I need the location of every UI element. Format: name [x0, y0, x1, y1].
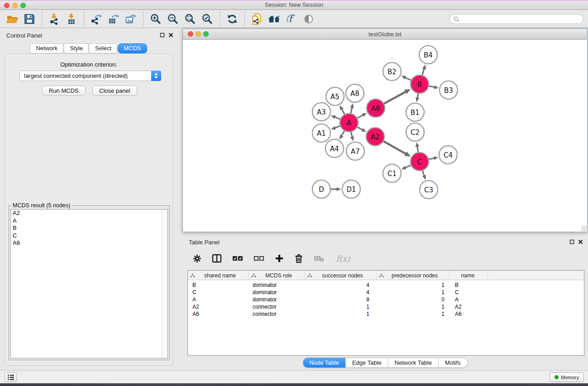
search-input[interactable] [462, 15, 579, 23]
table-cell[interactable]: A6 [188, 310, 249, 318]
network-node-C3[interactable]: C3 [420, 181, 438, 199]
mcds-result-item[interactable]: A [11, 217, 167, 225]
network-edge[interactable] [417, 146, 418, 152]
network-edge[interactable] [335, 117, 340, 119]
network-node-A8[interactable]: A8 [346, 84, 364, 102]
network-node-A5[interactable]: A5 [326, 87, 344, 105]
float-panel-icon[interactable] [160, 33, 165, 38]
resize-grip[interactable] [581, 226, 587, 231]
network-node-C4[interactable]: C4 [439, 146, 457, 164]
network-node-A2[interactable]: A2 [366, 128, 384, 146]
import-network-button[interactable] [46, 11, 63, 27]
tab-network[interactable]: Network [30, 43, 63, 53]
network-edge[interactable] [429, 158, 434, 159]
table-cell[interactable]: 1 [377, 310, 449, 318]
table-cell[interactable]: A2 [188, 303, 249, 310]
network-node-C2[interactable]: C2 [406, 123, 424, 141]
mcds-result-item[interactable]: C [11, 232, 167, 240]
table-cell[interactable]: A2 [449, 303, 488, 310]
toggle-graphics-details-button[interactable]: f [283, 11, 300, 27]
tab-motifs[interactable]: Motifs [439, 358, 467, 367]
network-edge[interactable] [335, 126, 340, 128]
zoom-fit-button[interactable] [182, 11, 199, 27]
delete-column-button[interactable] [293, 250, 304, 267]
column-header-successor-nodes[interactable]: successor nodes [305, 271, 377, 280]
table-row[interactable]: A2connector11A2 [188, 303, 584, 310]
network-node-C1[interactable]: C1 [383, 164, 401, 182]
network-edge[interactable] [405, 165, 411, 168]
table-cell[interactable]: dominator [249, 289, 305, 296]
table-cell[interactable]: 0 [377, 296, 449, 303]
zoom-out-button[interactable] [164, 11, 182, 27]
network-node-A1[interactable]: A1 [312, 124, 330, 142]
network-edge[interactable] [357, 115, 363, 118]
network-edge[interactable] [429, 86, 435, 87]
task-history-button[interactable] [5, 372, 17, 382]
table-cell[interactable]: 4 [305, 281, 377, 289]
tab-node-table[interactable]: Node Table [303, 358, 346, 367]
tab-style[interactable]: Style [64, 43, 89, 53]
network-node-D1[interactable]: D1 [342, 180, 360, 198]
tab-select[interactable]: Select [89, 43, 117, 53]
network-edge[interactable] [422, 68, 424, 75]
network-node-A7[interactable]: A7 [346, 142, 364, 160]
tab-edge-table[interactable]: Edge Table [346, 358, 388, 367]
table-cell[interactable]: 4 [305, 289, 377, 296]
network-window-titlebar[interactable]: testGlobe.txt [183, 29, 587, 40]
network-node-B[interactable]: B [411, 75, 429, 93]
delete-table-button[interactable] [313, 250, 325, 267]
deselect-all-button[interactable] [253, 250, 265, 267]
network-edge[interactable] [351, 132, 353, 137]
table-cell[interactable]: dominator [249, 296, 305, 303]
table-row[interactable]: Cdominator41C [188, 289, 584, 296]
table-cell[interactable]: 1 [305, 310, 377, 318]
network-node-C[interactable]: C [411, 152, 429, 171]
network-canvas[interactable]: B4B2BB3A5A8A6B1A3AC2A1A2A4A7C4CC1C3DD1 [183, 40, 587, 232]
memory-button[interactable]: Memory [550, 372, 584, 382]
table-cell[interactable]: C [188, 289, 249, 296]
tab-mcds[interactable]: MCDS [118, 43, 147, 53]
table-cell[interactable]: connector [249, 303, 305, 310]
column-header-mcds-role[interactable]: MCDS role [249, 271, 305, 280]
network-node-A4[interactable]: A4 [325, 139, 344, 157]
search-field[interactable] [449, 14, 583, 24]
network-node-B4[interactable]: B4 [419, 46, 437, 64]
export-network-button[interactable] [88, 11, 105, 27]
table-row[interactable]: A6connector11A6 [188, 310, 584, 318]
column-header-name[interactable]: name [449, 271, 488, 280]
close-panel-icon[interactable] [578, 239, 583, 244]
network-edge[interactable] [422, 171, 424, 176]
close-panel-button[interactable]: Close panel [92, 86, 137, 95]
import-table-button[interactable] [63, 11, 80, 27]
tab-network-table[interactable]: Network Table [388, 358, 439, 367]
network-node-A[interactable]: A [340, 114, 358, 132]
refresh-button[interactable] [224, 11, 241, 27]
table-cell[interactable]: B [188, 281, 249, 289]
network-node-D[interactable]: D [312, 180, 330, 198]
table-cell[interactable]: A [188, 296, 249, 303]
network-node-A3[interactable]: A3 [312, 103, 330, 121]
run-mcds-button[interactable]: Run MCDS [42, 86, 86, 95]
network-node-B3[interactable]: B3 [440, 81, 458, 99]
table-cell[interactable]: 1 [377, 303, 449, 310]
network-edge[interactable] [341, 131, 344, 136]
network-node-A6[interactable]: A6 [367, 99, 385, 117]
column-view-button[interactable] [211, 250, 223, 267]
table-cell[interactable]: A6 [449, 310, 488, 318]
zoom-in-button[interactable] [147, 11, 164, 27]
mcds-result-item[interactable]: A2 [11, 210, 167, 217]
network-edge[interactable] [351, 107, 352, 113]
table-row[interactable]: Adominator80A [188, 296, 584, 303]
save-session-button[interactable] [21, 11, 38, 27]
network-edge[interactable] [383, 141, 406, 154]
show-hide-button[interactable] [300, 11, 317, 27]
table-cell[interactable]: A [449, 296, 488, 303]
table-cell[interactable]: 1 [377, 289, 449, 296]
mcds-result-item[interactable]: A6 [11, 239, 167, 247]
network-edge[interactable] [358, 127, 363, 130]
close-panel-icon[interactable] [168, 33, 173, 38]
network-edge[interactable] [384, 91, 406, 104]
open-session-button[interactable] [4, 11, 21, 27]
network-edge[interactable] [417, 94, 418, 99]
function-builder-button[interactable]: f(x) [334, 250, 352, 267]
